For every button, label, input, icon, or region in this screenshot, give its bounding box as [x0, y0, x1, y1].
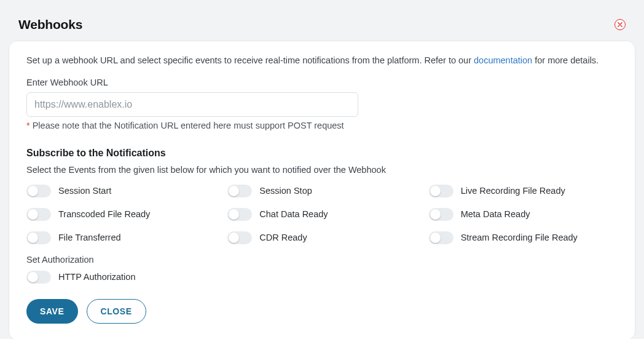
webhooks-card: Set up a webhook URL and select specific…: [9, 41, 635, 339]
toggle-label: Stream Recording File Ready: [461, 233, 578, 242]
toggle-label: Chat Data Ready: [259, 209, 328, 219]
notifications-desc: Select the Events from the given list be…: [26, 165, 618, 175]
close-icon[interactable]: [615, 19, 626, 30]
event-live-recording-file-ready: Live Recording File Ready: [429, 183, 618, 198]
toggle-label: File Transferred: [58, 233, 121, 242]
save-button[interactable]: Save: [26, 299, 78, 324]
webhook-url-help-text: Please note that the Notification URL en…: [33, 121, 344, 130]
toggle-meta-data-ready[interactable]: [429, 208, 454, 221]
webhook-url-input[interactable]: [26, 92, 358, 117]
notifications-title: Subscribe to the Notifications: [26, 148, 618, 159]
toggle-stream-recording-file-ready[interactable]: [429, 231, 454, 244]
event-cdr-ready: CDR Ready: [227, 230, 416, 245]
toggle-file-transferred[interactable]: [26, 231, 51, 244]
description-text: Set up a webhook URL and select specific…: [26, 54, 618, 68]
toggle-http-authorization[interactable]: [26, 271, 51, 284]
toggle-cdr-ready[interactable]: [227, 231, 252, 244]
webhook-url-help: * Please note that the Notification URL …: [26, 121, 618, 130]
toggle-label: HTTP Authorization: [58, 272, 135, 282]
event-session-start: Session Start: [26, 183, 215, 198]
auth-row: HTTP Authorization: [26, 269, 618, 284]
toggle-label: Session Stop: [259, 186, 312, 196]
toggle-label: Meta Data Ready: [461, 209, 530, 219]
events-grid: Session Start Session Stop Live Recordin…: [26, 183, 618, 245]
event-file-transferred: File Transferred: [26, 230, 215, 245]
event-chat-data-ready: Chat Data Ready: [227, 207, 416, 221]
event-meta-data-ready: Meta Data Ready: [429, 207, 618, 221]
close-button[interactable]: Close: [87, 299, 146, 324]
event-transcoded-file-ready: Transcoded File Ready: [26, 207, 215, 221]
documentation-link[interactable]: documentation: [474, 55, 532, 65]
toggle-live-recording-file-ready[interactable]: [429, 185, 454, 197]
toggle-session-stop[interactable]: [227, 185, 252, 197]
description-suffix: for more details.: [532, 55, 599, 65]
webhook-url-label: Enter Webhook URL: [26, 78, 618, 87]
toggle-chat-data-ready[interactable]: [227, 208, 252, 221]
description-prefix: Set up a webhook URL and select specific…: [26, 55, 474, 65]
toggle-label: Transcoded File Ready: [58, 209, 150, 219]
event-session-stop: Session Stop: [227, 183, 416, 198]
set-authorization-label: Set Authorization: [26, 255, 618, 265]
toggle-transcoded-file-ready[interactable]: [26, 208, 51, 221]
toggle-label: CDR Ready: [259, 233, 307, 242]
required-asterisk: *: [26, 121, 33, 130]
page-title: Webhooks: [18, 17, 82, 32]
event-stream-recording-file-ready: Stream Recording File Ready: [429, 230, 618, 245]
toggle-label: Session Start: [58, 186, 111, 196]
toggle-session-start[interactable]: [26, 185, 51, 197]
toggle-label: Live Recording File Ready: [461, 186, 565, 196]
